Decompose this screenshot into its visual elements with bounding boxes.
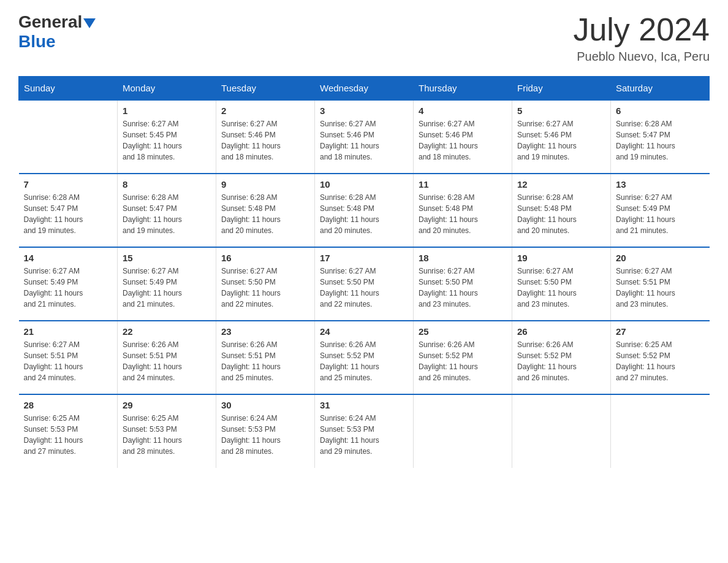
day-number: 29 <box>123 400 211 410</box>
day-number: 20 <box>616 253 705 263</box>
day-info: Sunrise: 6:27 AMSunset: 5:50 PMDaylight:… <box>320 266 408 310</box>
day-info: Sunrise: 6:27 AMSunset: 5:46 PMDaylight:… <box>419 118 507 163</box>
calendar-table: SundayMondayTuesdayWednesdayThursdayFrid… <box>18 76 710 468</box>
calendar-body: 1Sunrise: 6:27 AMSunset: 5:45 PMDaylight… <box>19 100 710 468</box>
calendar-cell: 5Sunrise: 6:27 AMSunset: 5:46 PMDaylight… <box>512 100 611 174</box>
day-number: 15 <box>123 253 211 263</box>
day-header-monday: Monday <box>118 77 216 101</box>
day-number: 21 <box>24 326 113 337</box>
calendar-cell: 28Sunrise: 6:25 AMSunset: 5:53 PMDayligh… <box>19 394 118 468</box>
calendar-cell: 20Sunrise: 6:27 AMSunset: 5:51 PMDayligh… <box>611 247 710 321</box>
calendar-cell: 1Sunrise: 6:27 AMSunset: 5:45 PMDaylight… <box>118 100 216 174</box>
calendar-cell: 19Sunrise: 6:27 AMSunset: 5:50 PMDayligh… <box>512 247 611 321</box>
calendar-cell: 7Sunrise: 6:28 AMSunset: 5:47 PMDaylight… <box>19 174 118 247</box>
logo-arrow-icon <box>83 18 96 28</box>
calendar-cell: 24Sunrise: 6:26 AMSunset: 5:52 PMDayligh… <box>315 321 414 394</box>
days-header-row: SundayMondayTuesdayWednesdayThursdayFrid… <box>19 77 710 101</box>
calendar-cell <box>512 394 611 468</box>
day-header-wednesday: Wednesday <box>315 77 414 101</box>
day-info: Sunrise: 6:27 AMSunset: 5:51 PMDaylight:… <box>616 266 705 310</box>
day-info: Sunrise: 6:27 AMSunset: 5:45 PMDaylight:… <box>123 118 211 163</box>
calendar-cell: 11Sunrise: 6:28 AMSunset: 5:48 PMDayligh… <box>414 174 512 247</box>
day-info: Sunrise: 6:28 AMSunset: 5:47 PMDaylight:… <box>24 192 113 236</box>
calendar-header: SundayMondayTuesdayWednesdayThursdayFrid… <box>19 77 710 101</box>
day-info: Sunrise: 6:27 AMSunset: 5:49 PMDaylight:… <box>616 192 705 236</box>
day-number: 28 <box>24 400 113 410</box>
calendar-cell: 3Sunrise: 6:27 AMSunset: 5:46 PMDaylight… <box>315 100 414 174</box>
day-info: Sunrise: 6:27 AMSunset: 5:46 PMDaylight:… <box>221 118 309 163</box>
calendar-cell <box>611 394 710 468</box>
day-info: Sunrise: 6:28 AMSunset: 5:48 PMDaylight:… <box>419 192 507 236</box>
day-info: Sunrise: 6:25 AMSunset: 5:53 PMDaylight:… <box>24 413 113 457</box>
title-block: July 2024 Pueblo Nuevo, Ica, Peru <box>573 12 710 64</box>
logo-general-text: General <box>18 12 82 32</box>
day-header-friday: Friday <box>512 77 611 101</box>
day-header-sunday: Sunday <box>19 77 118 101</box>
calendar-cell: 4Sunrise: 6:27 AMSunset: 5:46 PMDaylight… <box>414 100 512 174</box>
day-info: Sunrise: 6:27 AMSunset: 5:50 PMDaylight:… <box>419 266 507 310</box>
day-info: Sunrise: 6:24 AMSunset: 5:53 PMDaylight:… <box>320 413 408 457</box>
day-info: Sunrise: 6:27 AMSunset: 5:50 PMDaylight:… <box>517 266 605 310</box>
day-info: Sunrise: 6:28 AMSunset: 5:48 PMDaylight:… <box>517 192 605 236</box>
day-number: 3 <box>320 105 408 116</box>
day-info: Sunrise: 6:24 AMSunset: 5:53 PMDaylight:… <box>221 413 309 457</box>
calendar-week-row: 1Sunrise: 6:27 AMSunset: 5:45 PMDaylight… <box>19 100 710 174</box>
day-number: 11 <box>419 179 507 190</box>
calendar-week-row: 14Sunrise: 6:27 AMSunset: 5:49 PMDayligh… <box>19 247 710 321</box>
day-info: Sunrise: 6:27 AMSunset: 5:49 PMDaylight:… <box>123 266 211 310</box>
calendar-cell: 8Sunrise: 6:28 AMSunset: 5:47 PMDaylight… <box>118 174 216 247</box>
calendar-location: Pueblo Nuevo, Ica, Peru <box>573 50 710 64</box>
day-number: 6 <box>616 105 705 116</box>
day-number: 23 <box>221 326 309 337</box>
logo: General Blue <box>18 12 96 52</box>
day-header-thursday: Thursday <box>414 77 512 101</box>
day-number: 12 <box>517 179 605 190</box>
calendar-cell: 16Sunrise: 6:27 AMSunset: 5:50 PMDayligh… <box>216 247 315 321</box>
calendar-cell: 17Sunrise: 6:27 AMSunset: 5:50 PMDayligh… <box>315 247 414 321</box>
day-number: 1 <box>123 105 211 116</box>
day-number: 18 <box>419 253 507 263</box>
day-number: 4 <box>419 105 507 116</box>
calendar-week-row: 28Sunrise: 6:25 AMSunset: 5:53 PMDayligh… <box>19 394 710 468</box>
day-number: 8 <box>123 179 211 190</box>
day-number: 16 <box>221 253 309 263</box>
day-number: 7 <box>24 179 113 190</box>
logo-blue-text: Blue <box>18 32 56 52</box>
day-number: 25 <box>419 326 507 337</box>
day-number: 10 <box>320 179 408 190</box>
day-number: 14 <box>24 253 113 263</box>
day-number: 2 <box>221 105 309 116</box>
day-number: 5 <box>517 105 605 116</box>
day-info: Sunrise: 6:28 AMSunset: 5:47 PMDaylight:… <box>123 192 211 236</box>
day-number: 30 <box>221 400 309 410</box>
calendar-cell: 14Sunrise: 6:27 AMSunset: 5:49 PMDayligh… <box>19 247 118 321</box>
day-info: Sunrise: 6:25 AMSunset: 5:53 PMDaylight:… <box>123 413 211 457</box>
day-info: Sunrise: 6:26 AMSunset: 5:52 PMDaylight:… <box>320 339 408 383</box>
day-info: Sunrise: 6:26 AMSunset: 5:51 PMDaylight:… <box>221 339 309 383</box>
day-header-saturday: Saturday <box>611 77 710 101</box>
day-number: 27 <box>616 326 705 337</box>
calendar-cell: 9Sunrise: 6:28 AMSunset: 5:48 PMDaylight… <box>216 174 315 247</box>
day-number: 24 <box>320 326 408 337</box>
calendar-cell: 27Sunrise: 6:25 AMSunset: 5:52 PMDayligh… <box>611 321 710 394</box>
day-number: 17 <box>320 253 408 263</box>
day-info: Sunrise: 6:26 AMSunset: 5:52 PMDaylight:… <box>419 339 507 383</box>
day-number: 19 <box>517 253 605 263</box>
day-info: Sunrise: 6:27 AMSunset: 5:50 PMDaylight:… <box>221 266 309 310</box>
calendar-week-row: 21Sunrise: 6:27 AMSunset: 5:51 PMDayligh… <box>19 321 710 394</box>
calendar-cell: 25Sunrise: 6:26 AMSunset: 5:52 PMDayligh… <box>414 321 512 394</box>
calendar-cell: 12Sunrise: 6:28 AMSunset: 5:48 PMDayligh… <box>512 174 611 247</box>
day-number: 31 <box>320 400 408 410</box>
calendar-cell: 29Sunrise: 6:25 AMSunset: 5:53 PMDayligh… <box>118 394 216 468</box>
day-info: Sunrise: 6:28 AMSunset: 5:48 PMDaylight:… <box>320 192 408 236</box>
calendar-cell: 31Sunrise: 6:24 AMSunset: 5:53 PMDayligh… <box>315 394 414 468</box>
day-header-tuesday: Tuesday <box>216 77 315 101</box>
calendar-cell: 6Sunrise: 6:28 AMSunset: 5:47 PMDaylight… <box>611 100 710 174</box>
day-info: Sunrise: 6:28 AMSunset: 5:47 PMDaylight:… <box>616 118 705 163</box>
calendar-week-row: 7Sunrise: 6:28 AMSunset: 5:47 PMDaylight… <box>19 174 710 247</box>
page-header: General Blue July 2024 Pueblo Nuevo, Ica… <box>18 12 710 64</box>
day-info: Sunrise: 6:27 AMSunset: 5:46 PMDaylight:… <box>517 118 605 163</box>
day-info: Sunrise: 6:27 AMSunset: 5:46 PMDaylight:… <box>320 118 408 163</box>
day-number: 26 <box>517 326 605 337</box>
day-number: 13 <box>616 179 705 190</box>
